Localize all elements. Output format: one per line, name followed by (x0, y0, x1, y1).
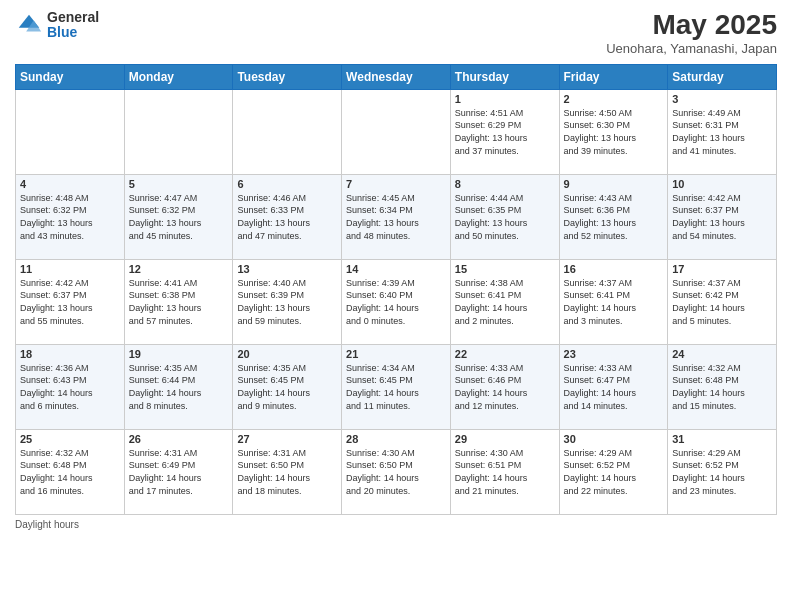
col-thursday: Thursday (450, 64, 559, 89)
day-number: 2 (564, 93, 664, 105)
calendar-week-1: 4Sunrise: 4:48 AM Sunset: 6:32 PM Daylig… (16, 174, 777, 259)
col-sunday: Sunday (16, 64, 125, 89)
calendar-cell: 17Sunrise: 4:37 AM Sunset: 6:42 PM Dayli… (668, 259, 777, 344)
calendar-cell: 24Sunrise: 4:32 AM Sunset: 6:48 PM Dayli… (668, 344, 777, 429)
day-number: 10 (672, 178, 772, 190)
day-number: 25 (20, 433, 120, 445)
day-info: Sunrise: 4:35 AM Sunset: 6:45 PM Dayligh… (237, 362, 337, 412)
calendar-cell (342, 89, 451, 174)
day-info: Sunrise: 4:42 AM Sunset: 6:37 PM Dayligh… (20, 277, 120, 327)
calendar-cell: 18Sunrise: 4:36 AM Sunset: 6:43 PM Dayli… (16, 344, 125, 429)
day-info: Sunrise: 4:29 AM Sunset: 6:52 PM Dayligh… (564, 447, 664, 497)
day-info: Sunrise: 4:43 AM Sunset: 6:36 PM Dayligh… (564, 192, 664, 242)
calendar-cell: 5Sunrise: 4:47 AM Sunset: 6:32 PM Daylig… (124, 174, 233, 259)
location: Uenohara, Yamanashi, Japan (606, 41, 777, 56)
calendar-cell: 14Sunrise: 4:39 AM Sunset: 6:40 PM Dayli… (342, 259, 451, 344)
day-number: 19 (129, 348, 229, 360)
calendar-cell (233, 89, 342, 174)
logo-text: General Blue (47, 10, 99, 41)
col-monday: Monday (124, 64, 233, 89)
calendar-cell: 1Sunrise: 4:51 AM Sunset: 6:29 PM Daylig… (450, 89, 559, 174)
day-info: Sunrise: 4:30 AM Sunset: 6:51 PM Dayligh… (455, 447, 555, 497)
title-section: May 2025 Uenohara, Yamanashi, Japan (606, 10, 777, 56)
logo-icon (15, 11, 43, 39)
calendar-cell: 30Sunrise: 4:29 AM Sunset: 6:52 PM Dayli… (559, 429, 668, 514)
calendar-cell (124, 89, 233, 174)
day-info: Sunrise: 4:32 AM Sunset: 6:48 PM Dayligh… (20, 447, 120, 497)
day-info: Sunrise: 4:37 AM Sunset: 6:41 PM Dayligh… (564, 277, 664, 327)
calendar-cell: 10Sunrise: 4:42 AM Sunset: 6:37 PM Dayli… (668, 174, 777, 259)
day-info: Sunrise: 4:40 AM Sunset: 6:39 PM Dayligh… (237, 277, 337, 327)
page: General Blue May 2025 Uenohara, Yamanash… (0, 0, 792, 612)
calendar-week-2: 11Sunrise: 4:42 AM Sunset: 6:37 PM Dayli… (16, 259, 777, 344)
calendar-cell: 29Sunrise: 4:30 AM Sunset: 6:51 PM Dayli… (450, 429, 559, 514)
day-number: 31 (672, 433, 772, 445)
day-number: 8 (455, 178, 555, 190)
day-number: 7 (346, 178, 446, 190)
calendar-cell: 25Sunrise: 4:32 AM Sunset: 6:48 PM Dayli… (16, 429, 125, 514)
day-number: 28 (346, 433, 446, 445)
day-number: 26 (129, 433, 229, 445)
calendar-cell: 23Sunrise: 4:33 AM Sunset: 6:47 PM Dayli… (559, 344, 668, 429)
calendar-cell (16, 89, 125, 174)
calendar-cell: 21Sunrise: 4:34 AM Sunset: 6:45 PM Dayli… (342, 344, 451, 429)
day-info: Sunrise: 4:33 AM Sunset: 6:47 PM Dayligh… (564, 362, 664, 412)
day-number: 15 (455, 263, 555, 275)
col-tuesday: Tuesday (233, 64, 342, 89)
day-info: Sunrise: 4:49 AM Sunset: 6:31 PM Dayligh… (672, 107, 772, 157)
calendar-week-0: 1Sunrise: 4:51 AM Sunset: 6:29 PM Daylig… (16, 89, 777, 174)
day-number: 4 (20, 178, 120, 190)
calendar-cell: 12Sunrise: 4:41 AM Sunset: 6:38 PM Dayli… (124, 259, 233, 344)
calendar-cell: 13Sunrise: 4:40 AM Sunset: 6:39 PM Dayli… (233, 259, 342, 344)
calendar-cell: 20Sunrise: 4:35 AM Sunset: 6:45 PM Dayli… (233, 344, 342, 429)
calendar-header-row: Sunday Monday Tuesday Wednesday Thursday… (16, 64, 777, 89)
calendar-cell: 15Sunrise: 4:38 AM Sunset: 6:41 PM Dayli… (450, 259, 559, 344)
day-info: Sunrise: 4:38 AM Sunset: 6:41 PM Dayligh… (455, 277, 555, 327)
calendar-week-3: 18Sunrise: 4:36 AM Sunset: 6:43 PM Dayli… (16, 344, 777, 429)
day-number: 27 (237, 433, 337, 445)
logo: General Blue (15, 10, 99, 41)
day-number: 29 (455, 433, 555, 445)
calendar-cell: 3Sunrise: 4:49 AM Sunset: 6:31 PM Daylig… (668, 89, 777, 174)
footer-note: Daylight hours (15, 519, 777, 530)
calendar-cell: 27Sunrise: 4:31 AM Sunset: 6:50 PM Dayli… (233, 429, 342, 514)
month-year: May 2025 (606, 10, 777, 41)
calendar-cell: 11Sunrise: 4:42 AM Sunset: 6:37 PM Dayli… (16, 259, 125, 344)
calendar-cell: 7Sunrise: 4:45 AM Sunset: 6:34 PM Daylig… (342, 174, 451, 259)
day-info: Sunrise: 4:30 AM Sunset: 6:50 PM Dayligh… (346, 447, 446, 497)
day-info: Sunrise: 4:39 AM Sunset: 6:40 PM Dayligh… (346, 277, 446, 327)
calendar-cell: 2Sunrise: 4:50 AM Sunset: 6:30 PM Daylig… (559, 89, 668, 174)
day-info: Sunrise: 4:36 AM Sunset: 6:43 PM Dayligh… (20, 362, 120, 412)
day-info: Sunrise: 4:45 AM Sunset: 6:34 PM Dayligh… (346, 192, 446, 242)
calendar-cell: 9Sunrise: 4:43 AM Sunset: 6:36 PM Daylig… (559, 174, 668, 259)
day-number: 22 (455, 348, 555, 360)
day-number: 3 (672, 93, 772, 105)
day-number: 20 (237, 348, 337, 360)
day-info: Sunrise: 4:31 AM Sunset: 6:49 PM Dayligh… (129, 447, 229, 497)
day-number: 13 (237, 263, 337, 275)
logo-general-text: General (47, 10, 99, 25)
header: General Blue May 2025 Uenohara, Yamanash… (15, 10, 777, 56)
logo-blue-text: Blue (47, 25, 99, 40)
day-info: Sunrise: 4:31 AM Sunset: 6:50 PM Dayligh… (237, 447, 337, 497)
day-info: Sunrise: 4:44 AM Sunset: 6:35 PM Dayligh… (455, 192, 555, 242)
day-number: 6 (237, 178, 337, 190)
day-info: Sunrise: 4:35 AM Sunset: 6:44 PM Dayligh… (129, 362, 229, 412)
day-info: Sunrise: 4:42 AM Sunset: 6:37 PM Dayligh… (672, 192, 772, 242)
calendar-cell: 28Sunrise: 4:30 AM Sunset: 6:50 PM Dayli… (342, 429, 451, 514)
day-info: Sunrise: 4:51 AM Sunset: 6:29 PM Dayligh… (455, 107, 555, 157)
daylight-label: Daylight hours (15, 519, 79, 530)
calendar-cell: 19Sunrise: 4:35 AM Sunset: 6:44 PM Dayli… (124, 344, 233, 429)
calendar-cell: 31Sunrise: 4:29 AM Sunset: 6:52 PM Dayli… (668, 429, 777, 514)
col-friday: Friday (559, 64, 668, 89)
day-info: Sunrise: 4:32 AM Sunset: 6:48 PM Dayligh… (672, 362, 772, 412)
day-number: 11 (20, 263, 120, 275)
calendar-cell: 22Sunrise: 4:33 AM Sunset: 6:46 PM Dayli… (450, 344, 559, 429)
day-number: 17 (672, 263, 772, 275)
col-saturday: Saturday (668, 64, 777, 89)
day-number: 16 (564, 263, 664, 275)
calendar-cell: 26Sunrise: 4:31 AM Sunset: 6:49 PM Dayli… (124, 429, 233, 514)
calendar-week-4: 25Sunrise: 4:32 AM Sunset: 6:48 PM Dayli… (16, 429, 777, 514)
calendar-cell: 8Sunrise: 4:44 AM Sunset: 6:35 PM Daylig… (450, 174, 559, 259)
day-number: 30 (564, 433, 664, 445)
